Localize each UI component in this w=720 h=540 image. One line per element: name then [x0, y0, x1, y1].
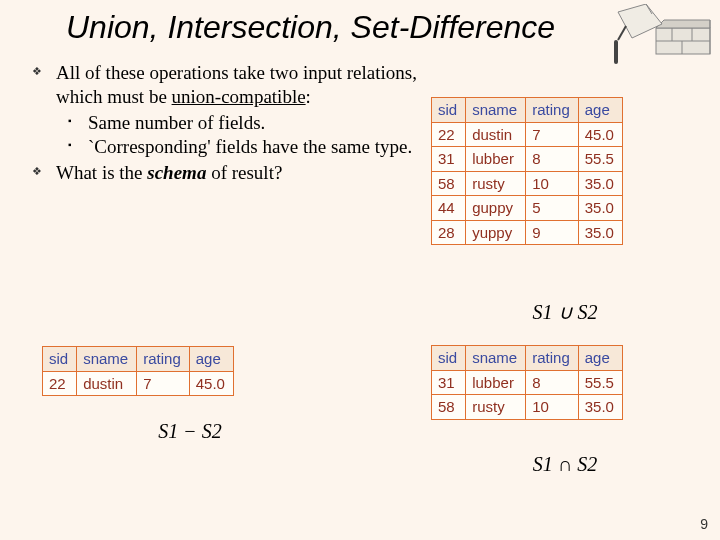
table-row: 22dustin745.0 — [43, 371, 234, 396]
table-row: 28yuppy935.0 — [432, 220, 623, 245]
col-header: sid — [432, 98, 466, 123]
trowel-brick-icon — [612, 4, 712, 74]
union-table: sid sname rating age 22dustin745.0 31lub… — [431, 97, 623, 245]
col-header: age — [578, 98, 622, 123]
formula-intersection: S1 ∩ S2 — [505, 453, 625, 476]
formula-union: S1 ∪ S2 — [505, 300, 625, 324]
bullet-item: All of these operations take two input r… — [56, 61, 425, 159]
col-header: rating — [526, 98, 579, 123]
table-row: 31lubber855.5 — [432, 370, 623, 395]
col-header: rating — [137, 347, 190, 372]
difference-table: sid sname rating age 22dustin745.0 — [42, 346, 234, 396]
svg-marker-5 — [618, 4, 662, 38]
col-header: sname — [77, 347, 137, 372]
formula-difference: S1 − S2 — [130, 420, 250, 443]
table-row: 58rusty1035.0 — [432, 171, 623, 196]
bullet-item: What is the schema of result? — [56, 161, 425, 185]
sub-bullet-item: Same number of fields. — [88, 111, 425, 135]
col-header: sname — [466, 98, 526, 123]
table-row: 44guppy535.0 — [432, 196, 623, 221]
col-header: sname — [466, 346, 526, 371]
sub-bullet-item: `Corresponding' fields have the same typ… — [88, 135, 425, 159]
col-header: rating — [526, 346, 579, 371]
col-header: age — [578, 346, 622, 371]
svg-rect-7 — [614, 40, 618, 64]
table-row: 22dustin745.0 — [432, 122, 623, 147]
svg-line-8 — [618, 26, 626, 40]
bullet-list: All of these operations take two input r… — [30, 61, 425, 185]
col-header: age — [189, 347, 233, 372]
col-header: sid — [432, 346, 466, 371]
col-header: sid — [43, 347, 77, 372]
page-number: 9 — [700, 516, 708, 532]
table-row: 58rusty1035.0 — [432, 395, 623, 420]
table-row: 31lubber855.5 — [432, 147, 623, 172]
intersection-table: sid sname rating age 31lubber855.5 58rus… — [431, 345, 623, 420]
